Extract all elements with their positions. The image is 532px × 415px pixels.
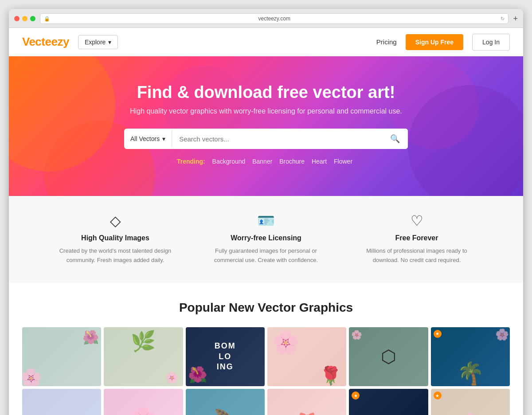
search-filter-dropdown[interactable]: All Vectors ▾ bbox=[124, 130, 172, 148]
filter-chevron-icon: ▾ bbox=[162, 135, 165, 142]
explore-label: Explore bbox=[85, 39, 106, 46]
trending-item[interactable]: Heart bbox=[312, 158, 327, 165]
gallery-card bbox=[22, 389, 101, 415]
gallery-card: ★ bbox=[431, 389, 510, 415]
logo[interactable]: Vecteezy bbox=[22, 35, 69, 49]
gallery-item[interactable] bbox=[349, 327, 428, 387]
gallery-card: ★ bbox=[431, 327, 510, 387]
gallery-item[interactable] bbox=[104, 327, 183, 387]
gallery-card bbox=[267, 389, 346, 415]
gallery-item[interactable] bbox=[22, 327, 101, 387]
lock-icon: 🔒 bbox=[44, 16, 50, 22]
section-title: Popular New Vector Graphics bbox=[22, 301, 510, 315]
signup-button[interactable]: Sign Up Free bbox=[406, 34, 463, 50]
feature-licensing-desc: Fully guaranteed images for personal or … bbox=[204, 247, 328, 265]
trending-item[interactable]: Background bbox=[212, 158, 246, 165]
close-button[interactable] bbox=[14, 16, 20, 21]
gallery-card: ★ bbox=[349, 389, 428, 415]
chevron-down-icon: ▾ bbox=[108, 39, 111, 46]
gallery-card bbox=[267, 327, 346, 387]
search-icon: 🔍 bbox=[390, 134, 400, 143]
features-section: ◇ High Quality Images Created by the wor… bbox=[9, 196, 523, 283]
diamond-icon: ◇ bbox=[53, 214, 177, 228]
gallery-item[interactable] bbox=[267, 327, 346, 387]
feature-free: ♡ Free Forever Millions of professional … bbox=[355, 214, 479, 265]
gallery-card: BOMLOING bbox=[186, 327, 265, 387]
hero-subtitle: High quality vector graphics with worry-… bbox=[22, 107, 510, 115]
trending-bar: Trending: Background Banner Brochure Hea… bbox=[22, 158, 510, 165]
pricing-link[interactable]: Pricing bbox=[376, 38, 397, 46]
browser-window: 🔒 vecteezy.com ↻ + Vecteezy Explore ▾ Pr… bbox=[9, 9, 523, 415]
gallery-item[interactable]: ★ bbox=[431, 327, 510, 387]
navbar: Vecteezy Explore ▾ Pricing Sign Up Free … bbox=[9, 28, 523, 56]
heart-icon: ♡ bbox=[355, 214, 479, 228]
gallery-item[interactable]: ★ bbox=[349, 389, 428, 415]
search-filter-label: All Vectors bbox=[130, 135, 160, 142]
maximize-button[interactable] bbox=[30, 16, 35, 21]
trending-item[interactable]: Brochure bbox=[279, 158, 305, 165]
premium-badge: ★ bbox=[434, 330, 442, 338]
gallery-item[interactable]: BOMLOING bbox=[186, 327, 265, 387]
feature-free-desc: Millions of professional images ready to… bbox=[355, 247, 479, 265]
new-tab-button[interactable]: + bbox=[513, 14, 518, 23]
reload-icon[interactable]: ↻ bbox=[501, 16, 505, 22]
gallery-card bbox=[186, 389, 265, 415]
nav-right: Pricing Sign Up Free Log In bbox=[376, 34, 510, 51]
gallery-card bbox=[22, 327, 101, 387]
search-box: All Vectors ▾ 🔍 bbox=[124, 129, 408, 149]
feature-free-title: Free Forever bbox=[355, 234, 479, 242]
search-button[interactable]: 🔍 bbox=[382, 129, 408, 149]
gallery-item[interactable] bbox=[186, 389, 265, 415]
feature-quality-desc: Created by the world's most talented des… bbox=[53, 247, 177, 265]
login-button[interactable]: Log In bbox=[472, 34, 510, 51]
trending-item[interactable]: Flower bbox=[334, 158, 352, 165]
gallery-card bbox=[104, 327, 183, 387]
trending-item[interactable]: Banner bbox=[252, 158, 272, 165]
license-icon: 🪪 bbox=[204, 214, 328, 228]
hero-section: Find & download free vector art! High qu… bbox=[9, 56, 523, 196]
feature-quality-title: High Quality Images bbox=[53, 234, 177, 242]
trending-label: Trending: bbox=[177, 158, 205, 165]
url-text: vecteezy.com bbox=[258, 16, 290, 22]
address-bar[interactable]: 🔒 vecteezy.com ↻ bbox=[40, 13, 509, 24]
minimize-button[interactable] bbox=[22, 16, 27, 21]
hero-title: Find & download free vector art! bbox=[22, 83, 510, 102]
premium-badge: ★ bbox=[352, 392, 360, 399]
gallery-item[interactable] bbox=[267, 389, 346, 415]
feature-licensing: 🪪 Worry-free Licensing Fully guaranteed … bbox=[204, 214, 328, 265]
premium-badge: ★ bbox=[434, 392, 442, 399]
feature-licensing-title: Worry-free Licensing bbox=[204, 234, 328, 242]
page-content: Vecteezy Explore ▾ Pricing Sign Up Free … bbox=[9, 28, 523, 415]
feature-quality: ◇ High Quality Images Created by the wor… bbox=[53, 214, 177, 265]
gallery-card bbox=[104, 389, 183, 415]
gallery-grid: BOMLOING ★ bbox=[22, 327, 510, 415]
browser-chrome: 🔒 vecteezy.com ↻ + bbox=[9, 9, 523, 28]
gallery-item[interactable]: ★ bbox=[431, 389, 510, 415]
gallery-card bbox=[349, 327, 428, 387]
search-input[interactable] bbox=[172, 129, 382, 149]
traffic-lights bbox=[14, 16, 35, 21]
gallery-section: Popular New Vector Graphics BOMLOING bbox=[9, 283, 523, 415]
gallery-item[interactable] bbox=[22, 389, 101, 415]
gallery-item[interactable] bbox=[104, 389, 183, 415]
explore-button[interactable]: Explore ▾ bbox=[78, 35, 118, 49]
